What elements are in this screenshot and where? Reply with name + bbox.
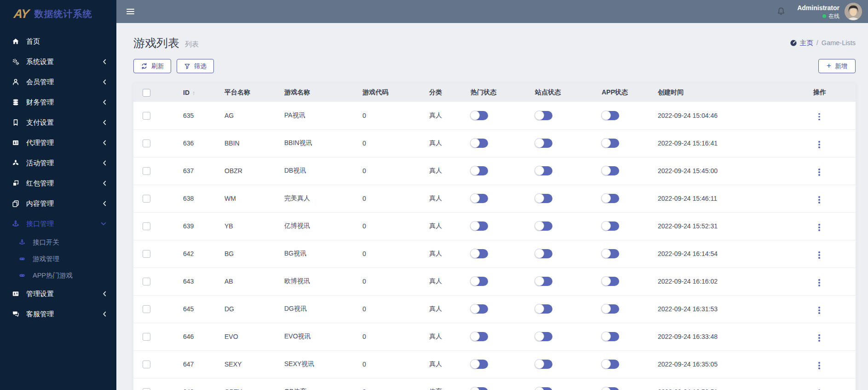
table-row: 636BBINBBIN视讯0真人2022-09-24 15:16:41	[133, 129, 856, 157]
hot-toggle[interactable]	[471, 304, 488, 314]
site-toggle[interactable]	[535, 277, 552, 286]
hot-toggle[interactable]	[471, 194, 488, 203]
app-toggle[interactable]	[602, 304, 619, 314]
app-logo[interactable]: AY 数据统计系统	[0, 0, 116, 28]
sidebar-item-finance-management[interactable]: 财务管理	[0, 92, 116, 112]
column-header-game: 游戏名称	[276, 83, 354, 102]
app-toggle[interactable]	[602, 360, 619, 369]
cell-game: 亿博视讯	[276, 212, 354, 240]
hot-toggle[interactable]	[471, 277, 488, 286]
user-menu[interactable]: Administrator 在线	[797, 3, 839, 20]
sidebar-item-interface-management[interactable]: 接口管理	[0, 214, 116, 234]
sidebar-item-home[interactable]: 首页	[0, 31, 116, 52]
app-toggle[interactable]	[602, 139, 619, 148]
sidebar-item-admin-settings[interactable]: 管理设置	[0, 284, 116, 304]
cell-hot	[462, 129, 527, 157]
cell-site	[527, 102, 593, 129]
row-checkbox[interactable]	[143, 361, 150, 368]
row-checkbox[interactable]	[143, 112, 150, 120]
hot-toggle[interactable]	[471, 166, 488, 175]
site-toggle[interactable]	[535, 387, 552, 390]
row-checkbox[interactable]	[143, 167, 150, 175]
row-checkbox[interactable]	[143, 278, 150, 285]
sidebar-item-game-management[interactable]: 游戏管理	[0, 250, 116, 267]
hot-toggle[interactable]	[471, 139, 488, 148]
sidebar-item-redpacket-management[interactable]: 红包管理	[0, 173, 116, 193]
site-toggle[interactable]	[535, 249, 552, 258]
chevron-left-icon	[103, 59, 106, 64]
site-toggle[interactable]	[535, 304, 552, 314]
hot-toggle[interactable]	[471, 387, 488, 390]
row-checkbox[interactable]	[143, 388, 150, 390]
row-checkbox[interactable]	[143, 222, 150, 230]
sidebar-item-app-hot-games[interactable]: APP热门游戏	[0, 267, 116, 284]
row-actions-button[interactable]	[815, 139, 823, 150]
sidebar-item-payment-settings[interactable]: 支付设置	[0, 112, 116, 133]
app-toggle[interactable]	[602, 166, 619, 175]
row-checkbox[interactable]	[143, 140, 150, 147]
app-toggle[interactable]	[602, 111, 619, 120]
app-toggle[interactable]	[602, 221, 619, 231]
table-header: ID↑平台名称游戏名称游戏代码分类热门状态站点状态APP状态创建时间操作	[133, 83, 856, 102]
row-actions-button[interactable]	[815, 194, 823, 205]
row-actions-button[interactable]	[815, 388, 823, 390]
row-actions-button[interactable]	[815, 167, 823, 178]
toggle-knob	[470, 193, 480, 203]
filter-icon	[184, 63, 190, 70]
menu-toggle-button[interactable]	[126, 6, 135, 17]
hot-toggle[interactable]	[471, 332, 488, 341]
column-header-id[interactable]: ID↑	[175, 83, 216, 102]
hot-toggle[interactable]	[471, 360, 488, 369]
app-toggle[interactable]	[602, 277, 619, 286]
cell-code: 0	[354, 129, 421, 157]
table-row: 635AGPA视讯0真人2022-09-24 15:04:46	[133, 102, 856, 129]
row-actions-button[interactable]	[815, 305, 823, 316]
avatar[interactable]	[845, 3, 862, 20]
row-checkbox[interactable]	[143, 250, 150, 258]
row-checkbox[interactable]	[143, 195, 150, 203]
hot-toggle[interactable]	[471, 111, 488, 120]
cell-platform: DG	[216, 295, 276, 323]
site-toggle[interactable]	[535, 360, 552, 369]
row-actions-button[interactable]	[815, 332, 823, 343]
cell-app	[593, 295, 650, 323]
row-checkbox[interactable]	[143, 305, 150, 313]
sidebar-item-support-management[interactable]: 客服管理	[0, 304, 116, 324]
add-button[interactable]: + 新增	[818, 59, 856, 73]
site-toggle[interactable]	[535, 194, 552, 203]
table-row: 647SEXYSEXY视讯0真人2022-09-24 16:35:05	[133, 350, 856, 378]
notifications-bell-icon[interactable]	[776, 7, 786, 16]
site-toggle[interactable]	[535, 111, 552, 120]
page-subtitle: 列表	[185, 37, 199, 49]
hot-toggle[interactable]	[471, 249, 488, 258]
breadcrumb-home-link[interactable]: 主页	[790, 39, 813, 47]
row-actions-button[interactable]	[815, 360, 823, 371]
row-checkbox[interactable]	[143, 333, 150, 341]
row-actions-button[interactable]	[815, 277, 823, 288]
row-actions-button[interactable]	[815, 111, 823, 122]
refresh-button[interactable]: 刷新	[133, 59, 171, 73]
site-toggle[interactable]	[535, 221, 552, 231]
sidebar-item-system-settings[interactable]: 系统设置	[0, 52, 116, 72]
app-toggle[interactable]	[602, 332, 619, 341]
app-toggle[interactable]	[602, 249, 619, 258]
sidebar-item-content-management[interactable]: 内容管理	[0, 193, 116, 214]
site-toggle[interactable]	[535, 332, 552, 341]
app-toggle[interactable]	[602, 387, 619, 390]
sidebar-item-agent-management[interactable]: 代理管理	[0, 133, 116, 153]
cell-platform: OBZR	[216, 157, 276, 185]
sidebar-item-member-management[interactable]: 会员管理	[0, 72, 116, 92]
select-all-checkbox[interactable]	[143, 89, 150, 97]
sidebar-item-label: 财务管理	[26, 98, 54, 107]
app-toggle[interactable]	[602, 194, 619, 203]
row-actions-button[interactable]	[815, 222, 823, 233]
site-toggle[interactable]	[535, 166, 552, 175]
hot-toggle[interactable]	[471, 221, 488, 231]
row-actions-button[interactable]	[815, 250, 823, 261]
column-header-platform: 平台名称	[216, 83, 276, 102]
sidebar-item-activity-management[interactable]: 活动管理	[0, 153, 116, 173]
sidebar-item-interface-switch[interactable]: 接口开关	[0, 234, 116, 250]
filter-button[interactable]: 筛选	[177, 59, 214, 73]
site-toggle[interactable]	[535, 139, 552, 148]
column-header-label: APP状态	[602, 88, 628, 96]
